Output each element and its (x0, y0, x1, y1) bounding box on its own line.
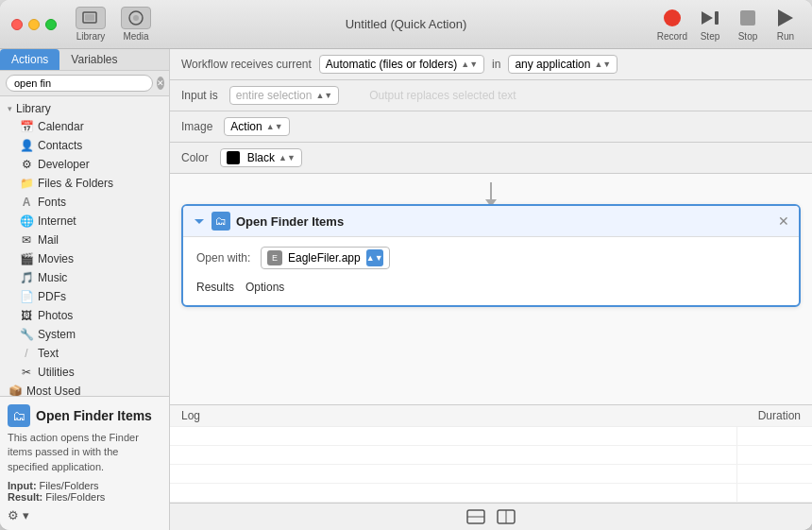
desc-title: Open Finder Items (36, 408, 152, 423)
library-button[interactable]: Library (76, 7, 106, 42)
run-label: Run (777, 31, 794, 42)
tree-item-files[interactable]: 📁 Files & Folders (0, 174, 169, 193)
app-dropdown[interactable]: E EagleFiler.app ▲▼ (261, 247, 390, 269)
log-label: Log (181, 409, 200, 422)
log-row-2-main (170, 446, 736, 464)
workflow-config: Workflow receives current Automatic (fil… (170, 49, 812, 80)
utilities-icon: ✂ (19, 365, 34, 380)
run-button[interactable]: Run (770, 7, 801, 42)
svg-rect-5 (715, 11, 719, 25)
music-icon: 🎵 (19, 270, 34, 285)
action-card-header: 🗂 Open Finder Items ✕ (183, 206, 799, 237)
search-clear-button[interactable]: ✕ (157, 77, 164, 90)
media-button[interactable]: Media (121, 7, 151, 42)
list-view-button[interactable] (465, 507, 487, 526)
action-card-title: Open Finder Items (236, 214, 772, 229)
svg-marker-4 (702, 11, 713, 25)
action-tabs: Results Options (196, 277, 786, 296)
workflow-config-4: Color Black ▲▼ (170, 143, 812, 174)
tree-item-developer[interactable]: ⚙ Developer (0, 155, 169, 174)
tree-item-calendar[interactable]: 📅 Calendar (0, 117, 169, 136)
gear-button[interactable]: ⚙ ▾ (8, 508, 29, 522)
title-bar: Library Media Untitled (Quick Action) Re… (0, 0, 812, 49)
window-title: Untitled (Quick Action) (346, 17, 467, 31)
record-label: Record (657, 31, 687, 42)
music-label: Music (38, 271, 161, 284)
image-select[interactable]: Action ▲▼ (224, 117, 289, 136)
result-meta-label: Result: (8, 491, 42, 503)
tree-item-movies[interactable]: 🎬 Movies (0, 249, 169, 268)
mail-label: Mail (38, 233, 161, 247)
color-select[interactable]: Black ▲▼ (220, 148, 302, 167)
tree-item-mail[interactable]: ✉ Mail (0, 231, 169, 249)
run-icon (770, 7, 801, 29)
color-label: Color (181, 151, 209, 164)
files-icon: 📁 (19, 176, 34, 191)
log-row-3-main (170, 465, 736, 483)
type-select-arrow: ▲▼ (461, 60, 478, 69)
tree-item-utilities[interactable]: ✂ Utilities (0, 363, 169, 382)
log-area: Log Duration (170, 404, 812, 503)
tab-options[interactable]: Options (245, 281, 284, 296)
minimize-button[interactable] (28, 19, 40, 30)
action-card-expand-icon (193, 214, 206, 228)
log-row-4-dur (736, 484, 812, 502)
action-card-body: Open with: E EagleFiler.app ▲▼ Results O… (183, 237, 799, 305)
developer-icon: ⚙ (19, 157, 34, 172)
right-panel: Workflow receives current Automatic (fil… (170, 49, 812, 530)
tab-results[interactable]: Results (196, 281, 234, 296)
mostused-label: Most Used (26, 385, 161, 396)
record-button[interactable]: Record (657, 7, 687, 42)
type-select[interactable]: Automatic (files or folders) ▲▼ (319, 55, 484, 74)
system-label: System (38, 328, 161, 341)
tab-actions[interactable]: Actions (0, 49, 59, 70)
tree-item-library[interactable]: ▾ Library (0, 100, 169, 117)
toolbar-left: Library Media (76, 7, 151, 42)
files-label: Files & Folders (38, 177, 161, 190)
app-dropdown-arrow: ▲▼ (366, 249, 383, 266)
log-header: Log Duration (170, 405, 812, 427)
tree-item-system[interactable]: 🔧 System (0, 325, 169, 344)
calendar-icon: 📅 (19, 119, 34, 134)
tree-item-music[interactable]: 🎵 Music (0, 268, 169, 287)
input-select[interactable]: entire selection ▲▼ (229, 86, 340, 105)
mostused-icon: 📦 (8, 384, 23, 396)
split-view-button[interactable] (495, 507, 517, 526)
image-label: Image (181, 120, 212, 133)
desc-footer: ⚙ ▾ (8, 508, 161, 522)
workflow-config-3: Image Action ▲▼ (170, 111, 812, 143)
maximize-button[interactable] (45, 19, 57, 30)
desc-header: 🗂 Open Finder Items (8, 404, 161, 427)
movies-icon: 🎬 (19, 251, 34, 266)
action-card-close-button[interactable]: ✕ (778, 214, 789, 229)
app-select[interactable]: any application ▲▼ (508, 55, 617, 74)
tab-variables[interactable]: Variables (59, 49, 128, 70)
log-rows (170, 427, 812, 503)
image-select-arrow: ▲▼ (266, 122, 283, 131)
mail-icon: ✉ (19, 232, 34, 248)
description-panel: 🗂 Open Finder Items This action opens th… (0, 396, 169, 530)
color-select-arrow: ▲▼ (279, 153, 296, 162)
log-row-2-dur (736, 446, 812, 464)
tree-item-fonts[interactable]: A Fonts (0, 193, 169, 212)
library-label: Library (76, 31, 106, 42)
text-icon: / (19, 346, 34, 361)
tree-item-text[interactable]: / Text (0, 344, 169, 363)
calendar-label: Calendar (38, 120, 161, 133)
tree-item-internet[interactable]: 🌐 Internet (0, 212, 169, 231)
fonts-icon: A (19, 195, 34, 210)
app-select-arrow: ▲▼ (594, 60, 611, 69)
tree-item-contacts[interactable]: 👤 Contacts (0, 136, 169, 155)
tree-item-pdfs[interactable]: 📄 PDFs (0, 287, 169, 306)
sidebar-tree: ▾ Library 📅 Calendar 👤 Contacts ⚙ Develo… (0, 96, 169, 396)
close-button[interactable] (11, 19, 23, 30)
step-label: Step (701, 31, 720, 42)
stop-button[interactable]: Stop (733, 7, 763, 42)
desc-meta: Input: Files/Folders Result: Files/Folde… (8, 480, 161, 503)
tree-item-mostused[interactable]: 📦 Most Used (0, 382, 169, 396)
tree-item-photos[interactable]: 🖼 Photos (0, 306, 169, 325)
search-input[interactable] (6, 75, 153, 92)
left-panel: Actions Variables ✕ ▾ Library 📅 Calendar… (0, 49, 170, 530)
step-button[interactable]: Step (695, 7, 725, 42)
receives-label: Workflow receives current (181, 58, 312, 71)
